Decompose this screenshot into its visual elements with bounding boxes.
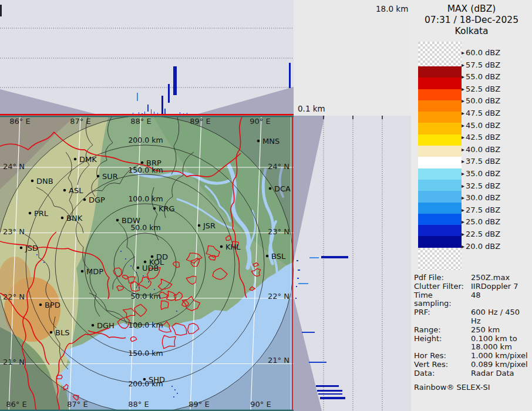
weak-echo-speck (139, 287, 140, 288)
station-marker (92, 324, 95, 327)
scale-swatch (418, 78, 462, 89)
echo-side-bar (295, 298, 297, 299)
scale-label: ▸20.0 dBZ (462, 242, 500, 251)
metadata-value: 48 (471, 291, 530, 309)
station-marker (81, 270, 84, 273)
scale-tick-arrow-icon: ▸ (462, 207, 464, 213)
scale-tick-arrow-icon: ▸ (462, 194, 464, 201)
latitude-label: 22° N (268, 292, 289, 301)
ew-height-profile-panel (0, 0, 294, 116)
echo-side-bar (316, 385, 339, 387)
metadata-row: Pdf File:250Z.max (414, 274, 530, 282)
scale-swatch (418, 157, 462, 168)
station-marker (39, 304, 42, 306)
station-marker (50, 331, 53, 334)
metadata-value: 1.000 km/pixel (471, 352, 530, 361)
ring-distance-label: 100.0 km (128, 321, 163, 329)
weak-echo-speck (176, 311, 177, 312)
station-marker (31, 180, 34, 183)
scale-label: ▸30.0 dBZ (462, 193, 500, 203)
scale-label: ▸42.5 dBZ (462, 133, 500, 142)
scale-tick-arrow-icon: ▸ (462, 231, 464, 237)
metadata-value: 250Z.max (471, 274, 530, 282)
scale-label: ▸32.5 dBZ (462, 181, 500, 191)
scale-swatch (418, 248, 462, 270)
station-marker (97, 175, 100, 178)
scale-label: ▸40.0 dBZ (462, 145, 500, 154)
scale-label-text: 37.5 dBZ (466, 157, 500, 166)
scale-label: ▸47.5 dBZ (462, 109, 500, 118)
radar-map-canvas[interactable]: 200.0 km150.0 km100.0 km50.0 km50.0 km10… (0, 116, 294, 411)
longitude-label: 88° E (128, 400, 149, 409)
metadata-label: Time sampling: (414, 291, 471, 309)
station-marker (141, 161, 144, 164)
echo-side-bar (296, 286, 297, 287)
latitude-label: 24° N (3, 162, 25, 171)
scale-tick-arrow-icon: ▸ (462, 183, 464, 189)
scale-label: ▸50.0 dBZ (462, 96, 500, 106)
station-label: KHL (225, 242, 241, 251)
station-label: PRL (34, 209, 49, 218)
height-axis-max-label: 18.0 km (376, 4, 408, 14)
scale-swatch (418, 169, 462, 180)
weak-echo-speck (143, 275, 144, 277)
ns-height-profile-panel (294, 116, 411, 411)
scale-label-text: 32.5 dBZ (466, 181, 500, 190)
station-marker (198, 224, 201, 227)
station-marker (63, 189, 66, 192)
station-label: DMK (79, 155, 97, 164)
metadata-label: Height: (414, 335, 471, 352)
echo-side-bar (297, 278, 299, 279)
scale-label-text: 40.0 dBZ (466, 145, 500, 154)
echo-top-bar (173, 66, 177, 95)
metadata-value: 250 km (471, 326, 530, 335)
weak-echo-speck (120, 251, 122, 252)
ring-distance-label: 200.0 km (128, 136, 163, 144)
station-marker (83, 198, 86, 201)
metadata-block: Pdf File:250Z.maxClutter Filter:IIRDoppl… (414, 274, 530, 392)
echo-side-bar (302, 332, 315, 333)
weak-echo-speck (125, 258, 126, 260)
scale-label-text: 42.5 dBZ (466, 133, 500, 142)
metadata-row: Time sampling:48 (414, 291, 530, 309)
station-label: BNK (66, 214, 83, 223)
echo-side-bar (309, 257, 319, 258)
scale-swatch (418, 180, 462, 191)
echo-side-bar (309, 362, 326, 363)
station-marker (269, 187, 272, 190)
station-marker (220, 245, 223, 248)
weak-echo-speck (173, 396, 174, 397)
station-marker (153, 207, 156, 210)
latitude-label: 21° N (268, 356, 289, 365)
metadata-row: Range:250 km (414, 326, 530, 335)
scale-tick-arrow-icon: ▸ (462, 158, 464, 164)
scale-tick-arrow-icon: ▸ (462, 170, 464, 177)
scale-label-text: 55.0 dBZ (466, 72, 500, 81)
metadata-row: Hor Res:1.000 km/pixel (414, 352, 530, 361)
weak-echo-speck (43, 262, 45, 263)
scale-swatch (418, 134, 462, 146)
echo-top-bar (137, 93, 138, 101)
scale-tick-arrow-icon: ▸ (462, 134, 464, 140)
station-label: BLS (55, 328, 69, 337)
metadata-value: Radar Data (471, 369, 530, 378)
echo-top-bar (168, 84, 170, 103)
station-label: KRG (159, 204, 175, 213)
echo-side-bar (298, 269, 300, 271)
echo-side-bar (320, 397, 345, 399)
weak-echo-speck (174, 389, 176, 390)
weak-echo-speck (148, 281, 149, 282)
latitude-label: 22° N (3, 292, 25, 301)
scale-tick-arrow-icon: ▸ (462, 122, 464, 129)
echo-side-bar (321, 256, 348, 258)
scale-label: ▸35.0 dBZ (462, 169, 500, 178)
scale-label: ▸25.0 dBZ (462, 217, 500, 227)
latitude-label: 24° N (268, 162, 289, 171)
station-marker (266, 255, 269, 258)
radar-map[interactable]: 200.0 km150.0 km100.0 km50.0 km50.0 km10… (0, 116, 294, 411)
scale-tick-arrow-icon: ▸ (462, 86, 464, 92)
station-marker (20, 247, 23, 250)
scale-tick-arrow-icon: ▸ (462, 243, 464, 250)
scale-swatch (418, 191, 462, 202)
metadata-label: Pdf File: (414, 274, 471, 282)
